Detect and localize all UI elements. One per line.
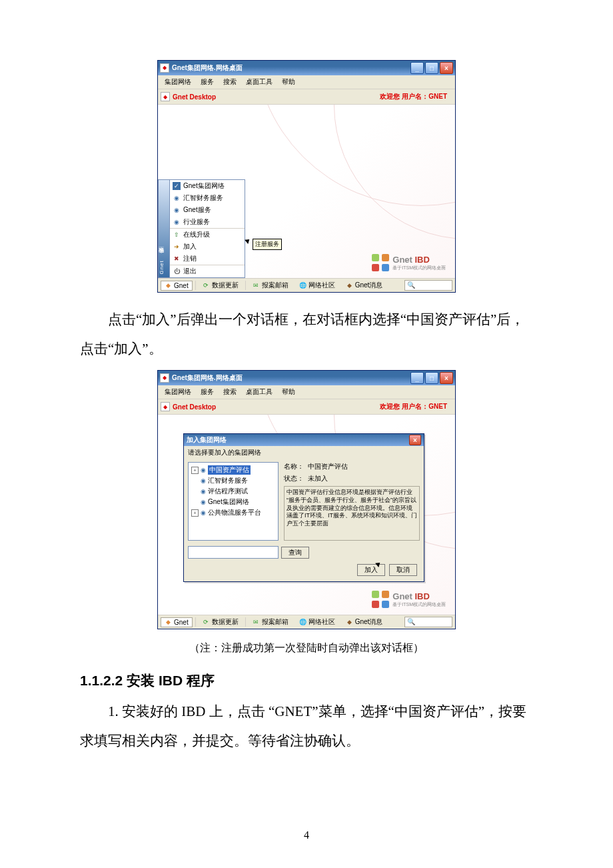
cursor-icon xyxy=(245,237,251,244)
body-paragraph-2: 1. 安装好的 IBD 上，点击 “GNET”菜单，选择“中国资产评估”，按要求… xyxy=(80,697,533,755)
name-label: 名称： xyxy=(284,462,304,471)
menu-item[interactable]: 集团网络 xyxy=(162,77,194,87)
menu-item[interactable]: 服务 xyxy=(198,77,217,87)
plus-icon: + xyxy=(191,509,199,517)
menu-item[interactable]: 搜索 xyxy=(221,387,239,397)
popup-item-join[interactable]: ➜加入 xyxy=(170,241,245,253)
sb-community-button[interactable]: 🌐网络社区 xyxy=(295,279,339,291)
popup-side-label: Gnet 实验室 xyxy=(159,256,169,275)
minimize-button[interactable]: _ xyxy=(410,62,424,74)
ibd-logo-text: Gnet IBD 基于ITSM模式的网络桌面 xyxy=(392,591,446,608)
tree-item[interactable]: ◉汇智财务服务 xyxy=(190,475,277,486)
sb-msg-button[interactable]: ◆Gnet消息 xyxy=(342,279,387,291)
close-button[interactable]: × xyxy=(440,62,453,74)
window-buttons: _ □ × xyxy=(410,372,453,384)
dialog-subtitle: 请选择要加入的集团网络 xyxy=(184,446,424,459)
menu-item[interactable]: 服务 xyxy=(198,387,217,397)
decoration-arc xyxy=(334,105,455,239)
gnet-popup-menu: Gnet 实验室 ✓Gnet集团网络 ◉汇智财务服务 ◉Gnet服务 ◉行业服务… xyxy=(158,179,245,278)
search-box[interactable]: 🔍 xyxy=(404,617,452,627)
tree-item[interactable]: ◉Gnet集团网络 xyxy=(190,497,277,507)
toolbar-title: Gnet Desktop xyxy=(173,403,216,411)
window-titlebar: ◆ Gnet集团网络.网络桌面 _ □ × xyxy=(158,371,455,385)
globe-icon: ◉ xyxy=(173,206,181,214)
join-button[interactable]: 加入 xyxy=(357,564,385,576)
menu-item[interactable]: 集团网络 xyxy=(162,387,194,397)
cancel-button[interactable]: 取消 xyxy=(389,564,417,576)
toolbar-title: Gnet Desktop xyxy=(173,93,216,101)
popup-item-huizhi[interactable]: ◉汇智财务服务 xyxy=(170,192,245,204)
menu-item[interactable]: 桌面工具 xyxy=(243,77,275,87)
dialog-title: 加入集团网络 xyxy=(187,435,227,445)
window-titlebar: ◆ Gnet集团网络.网络桌面 _ □ × xyxy=(158,61,455,75)
sb-refresh-button[interactable]: ⟳数据更新 xyxy=(199,279,243,291)
sb-mailbox-button[interactable]: ✉报案邮箱 xyxy=(249,279,293,291)
refresh-icon: ⟳ xyxy=(203,619,210,626)
msg-icon: ◆ xyxy=(346,282,353,289)
screenshot-1: ◆ Gnet集团网络.网络桌面 _ □ × 集团网络 服务 搜索 桌面工具 帮助… xyxy=(157,60,456,293)
refresh-icon: ⟳ xyxy=(203,282,210,289)
divider xyxy=(195,617,196,627)
dialog-close-button[interactable]: × xyxy=(409,435,421,445)
check-icon: ✓ xyxy=(173,182,181,190)
globe-icon: ◉ xyxy=(201,467,206,473)
globe-icon: 🌐 xyxy=(299,619,306,626)
tree-item[interactable]: +◉公共物流服务平台 xyxy=(190,507,277,518)
window-buttons: _ □ × xyxy=(410,62,453,74)
globe-icon: ◉ xyxy=(201,488,206,495)
dialog-body: +◉中国资产评估 ◉汇智财务服务 ◉评估程序测试 ◉Gnet集团网络 +◉公共物… xyxy=(184,459,424,543)
join-dialog: 加入集团网络 × 请选择要加入的集团网络 +◉中国资产评估 ◉汇智财务服务 ◉评… xyxy=(183,433,424,582)
logo-squares-icon xyxy=(372,254,389,271)
sb-msg-button[interactable]: ◆Gnet消息 xyxy=(342,616,387,628)
menu-item[interactable]: 桌面工具 xyxy=(243,387,275,397)
divider xyxy=(245,281,246,290)
tooltip: 注册服务 xyxy=(253,239,282,250)
minimize-button[interactable]: _ xyxy=(410,372,424,384)
tree-item[interactable]: ◉评估程序测试 xyxy=(190,486,277,497)
sb-refresh-button[interactable]: ⟳数据更新 xyxy=(199,616,243,628)
welcome-text: 欢迎您 用户名：GNET xyxy=(380,92,452,101)
plus-icon: + xyxy=(191,467,199,474)
close-button[interactable]: × xyxy=(440,372,453,384)
globe-icon: ◉ xyxy=(173,218,181,226)
dialog-titlebar: 加入集团网络 × xyxy=(184,434,424,446)
menu-item[interactable]: 帮助 xyxy=(279,387,298,397)
search-button[interactable]: 查询 xyxy=(281,547,309,559)
ibd-logo-text: Gnet IBD 基于ITSM模式的网络桌面 xyxy=(392,255,446,271)
maximize-button[interactable]: □ xyxy=(425,372,438,384)
sb-mailbox-button[interactable]: ✉报案邮箱 xyxy=(249,616,293,628)
dialog-buttons: 加入 取消 xyxy=(184,559,424,581)
menu-item[interactable]: 帮助 xyxy=(279,77,298,87)
menu-item[interactable]: 搜索 xyxy=(221,77,239,87)
status-bar: ◆Gnet ⟳数据更新 ✉报案邮箱 🌐网络社区 ◆Gnet消息 🔍 xyxy=(158,278,455,292)
popup-item-logout[interactable]: ✖注销 xyxy=(170,253,245,265)
page-number: 4 xyxy=(0,829,613,841)
sb-gnet-button[interactable]: ◆Gnet xyxy=(161,281,193,291)
popup-item-industry[interactable]: ◉行业服务 xyxy=(170,216,245,228)
window-title: Gnet集团网络.网络桌面 xyxy=(172,63,410,73)
client-area: Gnet IBD 基于ITSM模式的网络桌面 Gnet 实验室 ✓Gnet集团网… xyxy=(158,105,455,278)
popup-item-exit[interactable]: ⏻退出 xyxy=(170,265,245,277)
menu-bar: 集团网络 服务 搜索 桌面工具 帮助 xyxy=(158,385,455,399)
popup-item-gnet-service[interactable]: ◉Gnet服务 xyxy=(170,204,245,216)
app-logo-icon: ◆ xyxy=(161,402,170,411)
sb-gnet-button[interactable]: ◆Gnet xyxy=(161,617,193,627)
tree-item-china-asset[interactable]: +◉中国资产评估 xyxy=(190,465,277,475)
sb-community-button[interactable]: 🌐网络社区 xyxy=(295,616,339,628)
section-heading: 1.1.2.2 安装 IBD 程序 xyxy=(80,671,533,690)
maximize-button[interactable]: □ xyxy=(425,62,438,74)
search-box[interactable]: 🔍 xyxy=(404,280,452,291)
toolbar: ◆ Gnet Desktop 欢迎您 用户名：GNET xyxy=(158,89,455,105)
toolbar: ◆ Gnet Desktop 欢迎您 用户名：GNET xyxy=(158,399,455,415)
popup-item-upgrade[interactable]: ⇧在线升级 xyxy=(170,228,245,241)
popup-menu-list: ✓Gnet集团网络 ◉汇智财务服务 ◉Gnet服务 ◉行业服务 ⇧在线升级 ➜加… xyxy=(169,179,245,278)
popup-item-gnet-group[interactable]: ✓Gnet集团网络 xyxy=(170,180,245,192)
state-label: 状态： xyxy=(284,474,304,483)
globe-icon: ◉ xyxy=(201,509,206,516)
logout-icon: ✖ xyxy=(173,255,181,263)
info-panel: 名称： 中国资产评估 状态： 未加入 中国资产评估行业信息环境是根据资产评估行业… xyxy=(284,462,420,541)
exit-icon: ⏻ xyxy=(173,267,181,275)
app-icon: ◆ xyxy=(160,63,169,73)
network-tree[interactable]: +◉中国资产评估 ◉汇智财务服务 ◉评估程序测试 ◉Gnet集团网络 +◉公共物… xyxy=(188,462,279,541)
search-input[interactable] xyxy=(188,546,279,559)
